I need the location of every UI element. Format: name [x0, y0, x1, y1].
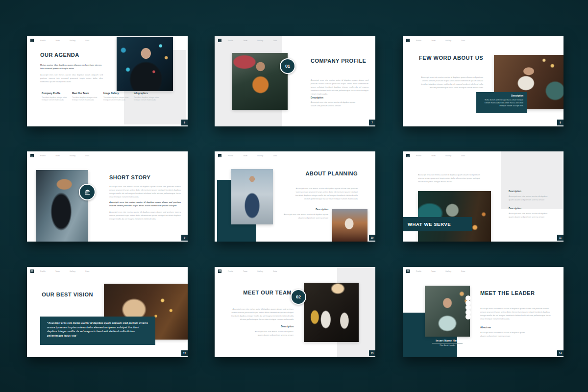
slide-what-we-serve[interactable]: Profile Team Gallery Data Asuscipit eros… — [403, 151, 564, 242]
slide-nav: Profile Team Gallery Data — [406, 38, 560, 43]
slide-nav: Profile Team Gallery Data — [406, 153, 560, 158]
logo-icon — [218, 270, 221, 273]
body-paragraph: Asuscipit eros iste metus auctor idas da… — [40, 73, 103, 83]
nav-item-data: Data — [461, 270, 465, 272]
field-photo — [332, 209, 368, 242]
logo-icon — [30, 39, 34, 42]
slide-title: MEET THE LEADER — [480, 290, 544, 296]
body-paragraph: Asuscipit eros iste metus auctor id dapi… — [415, 75, 483, 89]
logo-icon — [406, 39, 410, 42]
description-heading: Description — [311, 97, 323, 99]
lead-paragraph: Metus auctor idas dapibus quam aliquam s… — [40, 63, 103, 70]
nav-item-data: Data — [85, 155, 89, 157]
logo-icon — [218, 154, 221, 157]
dots-decoration — [466, 295, 471, 319]
nav-item-data: Data — [273, 40, 277, 42]
body-paragraph: Asuscipit eros iste metus autor id dapib… — [229, 307, 294, 321]
body-paragraph-2: Asuscipit eros iste metus auctor id dapi… — [109, 200, 181, 207]
description-text-1: Asuscipit eros iste metus auctor id dapi… — [509, 195, 552, 201]
slide-meet-our-team[interactable]: Profile Team Gallery Data 02 MEET OUR TE… — [215, 267, 375, 357]
card-heading: Description — [480, 95, 523, 97]
description-heading-1: Description — [509, 190, 521, 193]
quote-text: “Asuscipit eros iste metus auctor id dap… — [47, 321, 148, 338]
column-text: Tincidunt dapibus integer vitae tristiqu… — [42, 97, 69, 102]
nav-item-gallery: Gallery — [445, 40, 451, 42]
slide-nav: Profile Team Gallery Data — [30, 153, 184, 158]
slide-title: COMPANY PROFILE — [311, 58, 368, 64]
section-number-badge: 01 — [280, 58, 295, 74]
nav-item-gallery: Gallery — [445, 155, 451, 157]
column-title: Image Gallery — [103, 92, 131, 95]
leader-name-block: Insert Name Here The Best Leader — [425, 339, 470, 346]
nav-item-data: Data — [85, 270, 89, 272]
section-banner: WHAT WE SERVE — [403, 217, 472, 231]
short-story-photo — [36, 170, 88, 242]
slide-our-best-vision[interactable]: Profile Team Gallery Data OUR BEST VISIO… — [27, 267, 188, 357]
nav-item-data: Data — [273, 270, 277, 272]
page-number-badge: 8 — [557, 120, 564, 125]
description-heading: Description — [283, 208, 328, 211]
planning-photo — [231, 169, 273, 224]
quote-card: “Asuscipit eros iste metus auctor id dap… — [40, 317, 155, 345]
nav-item-team: Team — [243, 155, 247, 157]
page-number-badge: 9 — [181, 235, 188, 241]
nav-item-profile: Profile — [228, 155, 233, 157]
logo-icon — [218, 39, 221, 42]
column-text: Tincidunt dapibus integer vitae tristiqu… — [72, 97, 99, 102]
description-heading: Description — [245, 325, 294, 328]
nav-item-team: Team — [55, 155, 60, 157]
company-profile-photo — [232, 53, 288, 110]
slide-title: MEET OUR TEAM — [237, 290, 292, 296]
slide-title: ABOUT PLANNING — [293, 171, 358, 177]
slide-title: OUR AGENDA — [40, 52, 79, 58]
agenda-photo — [117, 37, 173, 91]
slide-title: FEW WORD ABOUT US — [413, 55, 483, 61]
body-paragraph-1: Asuscipit eros iste metus auctor id dapi… — [109, 185, 181, 198]
nav-item-gallery: Gallery — [257, 155, 263, 157]
logo-icon — [406, 270, 410, 273]
nav-item-gallery: Gallery — [445, 270, 451, 272]
column-title: Meet Our Team — [72, 92, 99, 95]
nav-item-data: Data — [273, 155, 277, 157]
leader-photo — [425, 286, 470, 337]
leader-role: The Best Leader — [425, 344, 470, 346]
about-me-heading: About me — [480, 326, 491, 329]
slide-nav: Profile Team Gallery Data — [218, 38, 372, 43]
nav-item-gallery: Gallery — [257, 270, 263, 272]
about-me-text: Asuscipit eros iste metus auctor id dapi… — [480, 331, 525, 338]
body-paragraph: Asuscipit eros iste metus auctor id dapi… — [480, 307, 555, 320]
description-text: Asuscipit eros iste metus auctor id dapi… — [249, 330, 294, 337]
description-heading-2: Description — [509, 207, 521, 210]
slide-about-planning[interactable]: Profile Team Gallery Data ABOUT PLANNING… — [215, 151, 375, 242]
nav-item-team: Team — [431, 270, 436, 272]
section-number-badge: 02 — [291, 289, 306, 305]
page-number-badge: 11 — [557, 235, 564, 241]
logo-icon — [30, 270, 34, 273]
slide-nav: Profile Team Gallery Data — [406, 269, 560, 273]
slide-short-story[interactable]: Profile Team Gallery Data SHORT STORY As… — [27, 151, 188, 242]
slide-nav: Profile Team Gallery Data — [218, 269, 372, 273]
body-paragraph: Asuscipit eros iste metus auctor id dapi… — [418, 173, 481, 183]
slide-our-agenda[interactable]: Profile Team Gallery Data OUR AGENDA Met… — [27, 36, 188, 126]
nav-item-team: Team — [55, 40, 60, 42]
nav-item-profile: Profile — [416, 40, 421, 42]
agenda-column-company-profile: Company Profile Tincidunt dapibus intege… — [42, 92, 69, 102]
nav-item-gallery: Gallery — [70, 40, 75, 42]
slide-company-profile[interactable]: Profile Team Gallery Data 01 COMPANY PRO… — [215, 36, 375, 126]
team-photo — [304, 283, 359, 342]
card-text: Nulla dictum pellentesque lacus vitae tr… — [480, 98, 523, 108]
page-number-badge: 7 — [369, 120, 375, 125]
divider-line — [432, 343, 463, 343]
agenda-column-meet-our-team: Meet Our Team Tincidunt dapibus integer … — [72, 92, 99, 102]
description-text: Asuscipit eros iste metus auctor id dapi… — [283, 213, 328, 220]
nav-item-team: Team — [55, 270, 60, 272]
serve-photo — [418, 191, 491, 242]
slide-few-word-about-us[interactable]: Profile Team Gallery Data FEW WORD ABOUT… — [403, 36, 564, 126]
nav-item-profile: Profile — [40, 155, 46, 157]
page-number-badge: 6 — [181, 120, 188, 125]
slide-meet-the-leader[interactable]: Profile Team Gallery Data Insert Name He… — [403, 267, 564, 357]
column-title: Company Profile — [42, 92, 69, 95]
description-card: Description Nulla dictum pellentesque la… — [476, 92, 527, 113]
nav-item-gallery: Gallery — [70, 155, 75, 157]
nav-item-profile: Profile — [228, 270, 233, 272]
